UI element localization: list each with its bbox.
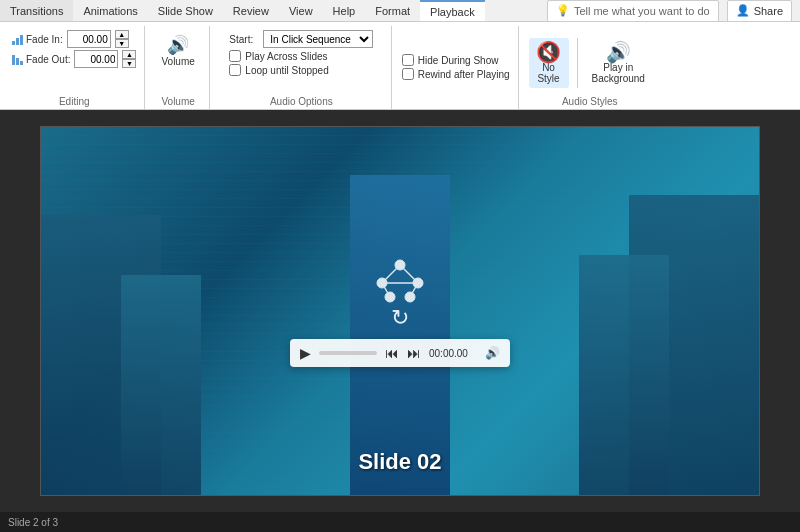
fade-in-spinner[interactable]: ▲ ▼ bbox=[115, 30, 129, 48]
fade-in-down[interactable]: ▼ bbox=[115, 39, 129, 48]
fade-out-row: Fade Out: ▲ ▼ bbox=[12, 50, 136, 68]
volume-control[interactable]: 🔊 bbox=[485, 346, 500, 360]
loop-stopped-checkbox[interactable] bbox=[229, 64, 241, 76]
volume-content: 🔊 Volume bbox=[155, 26, 200, 96]
fade-in-label: Fade In: bbox=[12, 33, 63, 45]
menu-help[interactable]: Help bbox=[323, 0, 366, 21]
tell-me-label: Tell me what you want to do bbox=[574, 5, 710, 17]
forward-button[interactable]: ⏭ bbox=[407, 345, 421, 361]
person-icon: 👤 bbox=[736, 4, 750, 17]
menu-format[interactable]: Format bbox=[365, 0, 420, 21]
media-controls-bar: ▶ ⏮ ⏭ 00:00.00 🔊 bbox=[290, 339, 510, 367]
slide-canvas: Slide 02 ↻ ▶ ⏮ ⏭ bbox=[40, 126, 760, 496]
menu-view[interactable]: View bbox=[279, 0, 323, 21]
style-divider bbox=[577, 38, 578, 88]
rewind-content: Hide During Show Rewind after Playing bbox=[402, 26, 510, 107]
hide-during-label[interactable]: Hide During Show bbox=[402, 54, 499, 66]
lightbulb-icon: 💡 bbox=[556, 4, 570, 17]
slide-title: Slide 02 bbox=[358, 449, 441, 475]
menu-animations[interactable]: Animations bbox=[73, 0, 147, 21]
rewind-after-checkbox[interactable] bbox=[402, 68, 414, 80]
editing-group: Fade In: ▲ ▼ Fade Out: ▲ ▼ bbox=[4, 26, 145, 109]
fade-out-label: Fade Out: bbox=[12, 53, 70, 65]
audio-styles-group: 🔇 NoStyle 🔊 Play inBackground Audio Styl… bbox=[521, 26, 659, 109]
status-bar: Slide 2 of 3 bbox=[0, 512, 800, 532]
editing-content: Fade In: ▲ ▼ Fade Out: ▲ ▼ bbox=[12, 26, 136, 96]
ribbon: Fade In: ▲ ▼ Fade Out: ▲ ▼ bbox=[0, 22, 800, 110]
hide-during-checkbox[interactable] bbox=[402, 54, 414, 66]
audio-options-content: Start: In Click Sequence Automatically W… bbox=[229, 26, 373, 96]
play-across-label[interactable]: Play Across Slides bbox=[229, 50, 327, 62]
tell-me-button[interactable]: 💡 Tell me what you want to do bbox=[547, 0, 719, 22]
no-style-label: NoStyle bbox=[537, 62, 559, 84]
volume-button[interactable]: 🔊 Volume bbox=[155, 30, 200, 71]
menu-review[interactable]: Review bbox=[223, 0, 279, 21]
spinner-icon: ↻ bbox=[391, 305, 409, 331]
play-across-checkbox[interactable] bbox=[229, 50, 241, 62]
audio-options-group: Start: In Click Sequence Automatically W… bbox=[212, 26, 392, 109]
rewind-after-label[interactable]: Rewind after Playing bbox=[402, 68, 510, 80]
fade-out-down[interactable]: ▼ bbox=[122, 59, 136, 68]
volume-group: 🔊 Volume Volume bbox=[147, 26, 209, 109]
building-right2 bbox=[579, 255, 669, 495]
play-button[interactable]: ▶ bbox=[300, 345, 311, 361]
progress-bar[interactable] bbox=[319, 351, 377, 355]
no-style-button[interactable]: 🔇 NoStyle bbox=[529, 38, 569, 88]
audio-options-label: Audio Options bbox=[270, 96, 333, 109]
loop-stopped-label[interactable]: Loop until Stopped bbox=[229, 64, 328, 76]
fade-in-input[interactable] bbox=[67, 30, 111, 48]
svg-line-6 bbox=[400, 265, 418, 283]
share-label: Share bbox=[754, 5, 783, 17]
fade-in-up[interactable]: ▲ bbox=[115, 30, 129, 39]
no-style-icon: 🔇 bbox=[536, 42, 561, 62]
share-button[interactable]: 👤 Share bbox=[727, 0, 792, 22]
fade-out-input[interactable] bbox=[74, 50, 118, 68]
editing-label: Editing bbox=[59, 96, 90, 109]
fade-out-spinner[interactable]: ▲ ▼ bbox=[122, 50, 136, 68]
right-toolbar-area: 💡 Tell me what you want to do 👤 Share bbox=[539, 0, 800, 22]
slide-status: Slide 2 of 3 bbox=[8, 517, 58, 528]
start-label: Start: bbox=[229, 34, 259, 45]
background-style-label: Play inBackground bbox=[592, 62, 645, 84]
audio-styles-content: 🔇 NoStyle 🔊 Play inBackground bbox=[529, 26, 651, 96]
volume-icon: 🔊 bbox=[167, 34, 189, 56]
volume-label: Volume bbox=[161, 56, 194, 67]
background-style-icon: 🔊 bbox=[606, 42, 631, 62]
molecule-icon bbox=[370, 255, 430, 305]
slide-area: Slide 02 ↻ ▶ ⏮ ⏭ bbox=[0, 110, 800, 512]
rewind-button[interactable]: ⏮ bbox=[385, 345, 399, 361]
menu-slideshow[interactable]: Slide Show bbox=[148, 0, 223, 21]
fade-in-row: Fade In: ▲ ▼ bbox=[12, 30, 129, 48]
menu-transitions[interactable]: Transitions bbox=[0, 0, 73, 21]
building-left2 bbox=[121, 275, 201, 495]
start-row: Start: In Click Sequence Automatically W… bbox=[229, 30, 373, 48]
start-select[interactable]: In Click Sequence Automatically When Cli… bbox=[263, 30, 373, 48]
volume-group-label: Volume bbox=[161, 96, 194, 109]
menu-bar: Transitions Animations Slide Show Review… bbox=[0, 0, 800, 22]
media-player: ↻ ▶ ⏮ ⏭ 00:00.00 🔊 bbox=[290, 255, 510, 367]
fade-in-icon bbox=[12, 33, 23, 45]
background-style-button[interactable]: 🔊 Play inBackground bbox=[586, 38, 651, 88]
fade-out-up[interactable]: ▲ bbox=[122, 50, 136, 59]
audio-styles-label: Audio Styles bbox=[562, 96, 618, 109]
fade-out-icon bbox=[12, 53, 23, 65]
time-display: 00:00.00 bbox=[429, 348, 477, 359]
menu-playback[interactable]: Playback bbox=[420, 0, 485, 21]
svg-line-5 bbox=[382, 265, 400, 283]
rewind-group: Hide During Show Rewind after Playing bbox=[394, 26, 519, 109]
